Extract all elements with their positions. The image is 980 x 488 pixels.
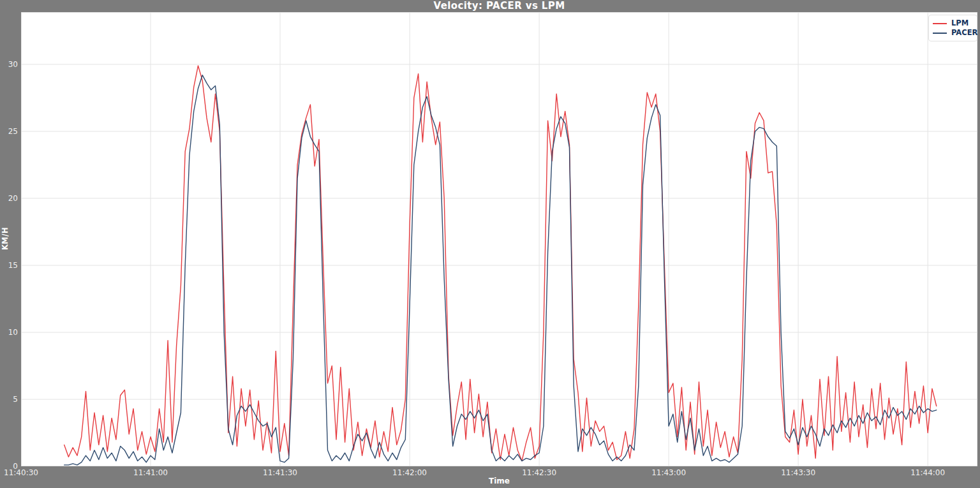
x-tick-label: 11:40:30 (4, 468, 38, 477)
y-tick-label: 15 (0, 260, 18, 270)
plot-canvas (21, 12, 977, 466)
y-axis-title: KM/H (1, 219, 10, 258)
y-tick-label: 10 (0, 327, 18, 337)
x-tick-label: 11:42:00 (392, 468, 427, 477)
x-tick-label: 11:43:30 (781, 468, 815, 477)
x-tick-label: 11:42:30 (522, 468, 556, 477)
x-axis-title: Time (21, 477, 977, 485)
chart-window: Velocity: PACER vs LPM KM/H Time 0510152… (0, 0, 980, 488)
legend-label-lpm: LPM (951, 18, 969, 28)
pacer-line-swatch-icon (933, 33, 947, 34)
x-tick-label: 11:41:30 (263, 468, 297, 477)
lpm-line-swatch-icon (933, 23, 947, 24)
legend: LPM PACER (928, 15, 977, 41)
y-tick-label: 30 (0, 59, 18, 70)
x-tick-label: 11:43:00 (651, 468, 686, 477)
plot-area (21, 12, 977, 466)
y-tick-label: 20 (0, 193, 18, 203)
y-tick-label: 5 (0, 394, 18, 404)
x-tick-label: 11:44:00 (910, 468, 945, 477)
y-tick-label: 25 (0, 126, 18, 137)
legend-item-lpm[interactable]: LPM (933, 18, 972, 28)
legend-item-pacer[interactable]: PACER (933, 28, 972, 38)
legend-label-pacer: PACER (951, 28, 977, 38)
x-tick-label: 11:41:00 (133, 468, 168, 477)
chart-title: Velocity: PACER vs LPM (21, 0, 977, 12)
